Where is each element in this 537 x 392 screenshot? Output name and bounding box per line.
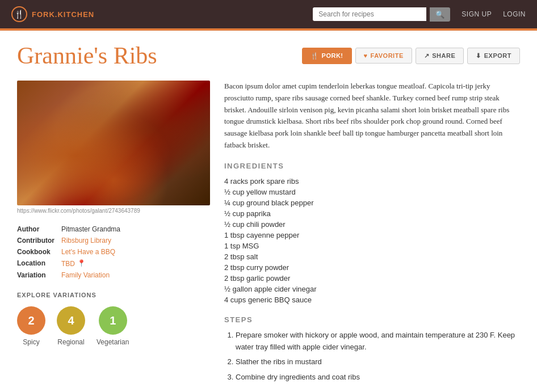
search-input[interactable]	[313, 7, 426, 21]
steps-heading: STEPS	[224, 315, 520, 324]
ingredient-item: 4 racks pork spare ribs	[224, 176, 520, 187]
heart-icon: ♥	[364, 52, 368, 59]
location-label: Location	[17, 259, 54, 268]
ingredient-item: ½ cup paprika	[224, 208, 520, 219]
export-icon: ⬇	[476, 52, 481, 60]
variation-spicy: 2 Spicy	[17, 306, 45, 346]
favorite-label: FAVORITE	[371, 52, 404, 59]
ingredients-section: INGREDIENTS 4 racks pork spare ribs½ cup…	[224, 162, 520, 305]
steps-section: STEPS Prepare smoker with hickory or app…	[224, 315, 520, 383]
pork-icon: 🍴	[311, 52, 319, 60]
ingredient-item: ½ gallon apple cider vinegar	[224, 284, 520, 294]
meta-table: Author Pitmaster Grandma Contributor Rib…	[17, 225, 210, 279]
main-content: Grannie's Ribs 🍴 PORK! ♥ FAVORITE ↗ SHAR…	[0, 31, 537, 392]
pin-icon: 📍	[77, 259, 86, 268]
ingredients-heading: INGREDIENTS	[224, 162, 520, 170]
image-caption: https://www.flickr.com/photos/galant/274…	[17, 208, 210, 214]
favorite-button[interactable]: ♥ FAVORITE	[355, 48, 412, 64]
search-button[interactable]: 🔍	[430, 7, 450, 22]
step-item: Combine dry ingredients and coat ribs	[236, 372, 520, 383]
ingredient-item: ¼ cup ground black pepper	[224, 197, 520, 208]
variation-vegetarian: 1 Vegetarian	[97, 306, 129, 346]
spicy-circle[interactable]: 2	[17, 306, 45, 335]
variation-label: Variation	[17, 271, 54, 279]
location-value[interactable]: TBD	[61, 260, 75, 268]
spicy-label: Spicy	[23, 338, 39, 346]
ingredients-list: 4 racks pork spare ribs½ cup yellow must…	[224, 176, 520, 305]
location-container: TBD 📍	[61, 259, 210, 268]
step-item: Prepare smoker with hickory or apple woo…	[236, 330, 520, 353]
author-value: Pitmaster Grandma	[61, 225, 210, 233]
share-icon: ↗	[424, 52, 430, 60]
contributor-value[interactable]: Ribsburg Library	[61, 237, 210, 245]
logo-text: FORK.KITCHEN	[32, 10, 94, 19]
ingredient-item: 1 tsp MSG	[224, 241, 520, 251]
ingredient-item: 2 tbsp salt	[224, 251, 520, 262]
variation-regional: 4 Regional	[57, 306, 85, 346]
ingredient-item: ½ cup chili powder	[224, 219, 520, 230]
login-link[interactable]: LOGIN	[503, 10, 526, 18]
pork-button[interactable]: 🍴 PORK!	[302, 48, 351, 64]
share-label: SHARE	[432, 52, 455, 59]
fork-icon: 🍴	[11, 6, 27, 22]
action-buttons: 🍴 PORK! ♥ FAVORITE ↗ SHARE ⬇ EXPORT	[302, 48, 520, 64]
vegetarian-label: Vegetarian	[97, 338, 129, 346]
vegetarian-circle[interactable]: 1	[99, 306, 127, 335]
author-label: Author	[17, 225, 54, 233]
contributor-label: Contributor	[17, 237, 54, 245]
step-item: Slather the ribs in mustard	[236, 356, 520, 368]
header: 🍴 FORK.KITCHEN 🔍 SIGN UP LOGIN	[0, 0, 537, 28]
export-button[interactable]: ⬇ EXPORT	[467, 48, 520, 64]
ingredient-item: 4 cups generic BBQ sauce	[224, 294, 520, 305]
cookbook-label: Cookbook	[17, 248, 54, 256]
share-button[interactable]: ↗ SHARE	[416, 48, 464, 64]
variation-value[interactable]: Family Variation	[61, 271, 210, 279]
recipe-title: Grannie's Ribs	[17, 42, 157, 69]
description-text: Bacon ipsum dolor amet cupim tenderloin …	[224, 81, 520, 151]
regional-circle[interactable]: 4	[57, 306, 85, 335]
ingredient-item: 1 tbsp cayenne pepper	[224, 230, 520, 241]
header-search: 🔍	[313, 7, 450, 22]
ingredient-item: ½ cup yellow mustard	[224, 187, 520, 197]
explore-section: EXPLORE VARIATIONS 2 Spicy 4 Regional 1 …	[17, 292, 210, 346]
export-label: EXPORT	[484, 52, 511, 59]
content-area: https://www.flickr.com/photos/galant/274…	[17, 81, 520, 387]
right-column: Bacon ipsum dolor amet cupim tenderloin …	[224, 81, 520, 387]
title-row: Grannie's Ribs 🍴 PORK! ♥ FAVORITE ↗ SHAR…	[17, 42, 520, 69]
cookbook-value[interactable]: Let's Have a BBQ	[61, 248, 210, 256]
ingredient-item: 2 tbsp garlic powder	[224, 273, 520, 284]
logo-area[interactable]: 🍴 FORK.KITCHEN	[11, 6, 94, 22]
ingredient-item: 2 tbsp curry powder	[224, 262, 520, 273]
left-column: https://www.flickr.com/photos/galant/274…	[17, 81, 210, 387]
pork-label: PORK!	[322, 52, 343, 59]
regional-label: Regional	[57, 338, 84, 346]
header-nav: SIGN UP LOGIN	[462, 10, 526, 18]
explore-title: EXPLORE VARIATIONS	[17, 292, 210, 298]
steps-list: Prepare smoker with hickory or apple woo…	[224, 330, 520, 383]
recipe-image	[17, 81, 210, 205]
signup-link[interactable]: SIGN UP	[462, 10, 492, 18]
variations-row: 2 Spicy 4 Regional 1 Vegetarian	[17, 306, 210, 346]
